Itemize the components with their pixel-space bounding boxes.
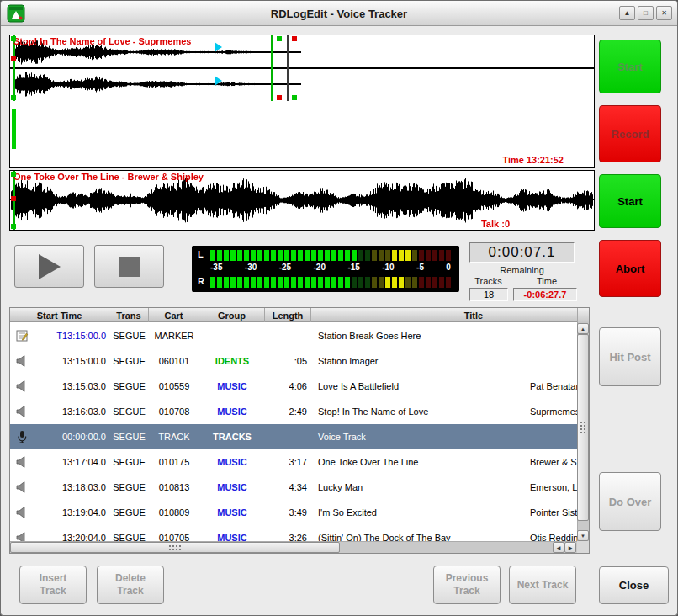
column-header-group[interactable]: Group (199, 308, 265, 322)
cell-trans: SEGUE (109, 381, 149, 391)
speaker-icon (10, 531, 34, 541)
column-header-length[interactable]: Length (265, 308, 311, 322)
speaker-icon (15, 531, 29, 541)
marker-handle-icon[interactable] (11, 56, 16, 61)
cell-cart: 010559 (149, 381, 199, 391)
cell-trans: SEGUE (109, 331, 149, 341)
cell-cart: 010708 (149, 406, 199, 417)
waveform-track2-panel[interactable]: One Toke Over The Line - Brewer & Shiple… (9, 170, 595, 231)
cell-start-time: T13:15:00.0 (34, 331, 109, 341)
log-row[interactable]: 13:15:03.0SEGUE010559MUSIC4:06Love Is A … (10, 374, 577, 399)
log-row[interactable]: 13:17:04.0SEGUE010175MUSIC3:17One Toke O… (10, 449, 577, 475)
fade-cursor-icon[interactable] (215, 42, 222, 52)
stop-button[interactable] (94, 245, 164, 288)
cell-length: 3:17 (265, 457, 311, 467)
cell-trans: SEGUE (109, 406, 149, 417)
column-header-start-time[interactable]: Start Time (10, 308, 109, 322)
titlebar[interactable]: RDLogEdit - Voice Tracker ▲ □ ✕ (1, 1, 677, 26)
column-header-title[interactable]: Title (311, 308, 577, 322)
scroll-down-button[interactable]: ▼ (577, 530, 589, 541)
arrow-right-icon: ▶ (569, 545, 573, 550)
scroll-up-button[interactable]: ▲ (577, 323, 589, 334)
grip-icon (580, 421, 586, 434)
marker-handle-icon[interactable] (11, 196, 16, 201)
cell-start-time: 13:15:03.0 (34, 381, 109, 391)
column-header-cart[interactable]: Cart (149, 308, 199, 322)
abort-button-4[interactable]: Abort (599, 240, 661, 297)
speaker-icon (15, 380, 29, 393)
tracks-remaining-value: 18 (469, 288, 508, 301)
horizontal-scrollbar[interactable]: ◀ ▶ (10, 541, 577, 553)
cell-title: One Toke Over The Line (311, 457, 522, 467)
stop-icon (119, 257, 140, 277)
cell-length: 3:26 (265, 533, 311, 541)
log-row[interactable]: 13:16:03.0SEGUE010708MUSIC2:49Stop! In T… (10, 399, 577, 424)
voicetrack-panel[interactable]: Time 13:21:52 (9, 101, 595, 168)
cell-title: I'm So Excited (311, 507, 522, 518)
marker-handle-icon[interactable] (11, 95, 16, 100)
end-marker-line[interactable] (287, 35, 289, 101)
start-button-1[interactable]: Start (599, 40, 661, 93)
marker-handle-icon[interactable] (277, 95, 282, 100)
waveform-track1-panel[interactable]: Stop! In The Name of Love - Suprmemes (9, 35, 595, 102)
cell-title: Lucky Man (311, 482, 522, 492)
delete-track-button[interactable]: Delete Track (97, 566, 164, 604)
fade-cursor-icon[interactable] (215, 76, 222, 86)
do-over-button-6[interactable]: Do Over (599, 472, 661, 531)
remaining-label: Remaining (469, 265, 575, 275)
marker-handle-icon[interactable] (292, 95, 297, 100)
cell-group: IDENTS (199, 356, 265, 366)
marker-handle-icon[interactable] (11, 224, 16, 229)
cell-start-time: 13:17:04.0 (34, 457, 109, 467)
record-button-2[interactable]: Record (599, 105, 661, 162)
header-corner (577, 308, 589, 323)
cell-artist: Suprmemes (522, 406, 577, 417)
scroll-right-button[interactable]: ▶ (564, 542, 576, 553)
cell-start-time: 13:20:04.0 (34, 533, 109, 541)
speaker-icon (15, 354, 29, 368)
log-row[interactable]: 13:19:04.0SEGUE010809MUSIC3:49I'm So Exc… (10, 500, 577, 525)
meter-left-label: L (198, 249, 208, 259)
speaker-icon (10, 354, 34, 368)
next-track-button[interactable]: Next Track (509, 566, 576, 604)
marker-handle-icon[interactable] (292, 36, 297, 41)
talk-label: Talk :0 (481, 219, 510, 229)
log-row[interactable]: T13:15:00.0SEGUEMARKERStation Break Goes… (10, 323, 577, 348)
meter-scale-label: -5 (416, 263, 424, 274)
log-row[interactable]: 00:00:00.0SEGUETRACKTRACKSVoice Track (10, 424, 577, 449)
marker-handle-icon[interactable] (11, 36, 16, 41)
previous-track-button[interactable]: Previous Track (433, 566, 501, 604)
cell-start-time: 00:00:00.0 (34, 432, 109, 442)
cell-title: (Sittin' On) The Dock of The Bay (311, 533, 522, 541)
cell-length: 4:06 (265, 381, 311, 391)
hit-post-button-5[interactable]: Hit Post (599, 327, 661, 386)
scrollbar-corner (577, 541, 589, 553)
grip-icon (168, 544, 182, 551)
log-row[interactable]: 13:20:04.0SEGUE010705MUSIC3:26(Sittin' O… (10, 525, 577, 541)
cell-group: MUSIC (199, 381, 265, 391)
insert-track-button[interactable]: Insert Track (19, 566, 87, 604)
log-row[interactable]: 13:18:03.0SEGUE010813MUSIC4:34Lucky ManE… (10, 475, 577, 500)
marker-handle-icon[interactable] (277, 36, 282, 41)
scroll-left-button[interactable]: ◀ (553, 542, 564, 553)
vertical-scrollbar[interactable]: ▲ ▼ (577, 323, 589, 541)
marker-note-icon (15, 329, 29, 343)
meter-left-bar (210, 250, 453, 261)
column-header-trans[interactable]: Trans (109, 308, 149, 322)
meter-right-label: R (198, 276, 208, 286)
cell-group: MUSIC (199, 406, 265, 417)
speaker-icon (15, 455, 29, 469)
log-row[interactable]: 13:15:00.0SEGUE060101IDENTS:05Station Im… (10, 348, 577, 374)
start-button-3[interactable]: Start (599, 174, 661, 228)
cell-length: 3:49 (265, 507, 311, 518)
horizontal-scrollbar-thumb[interactable] (10, 542, 340, 553)
speaker-icon (10, 455, 34, 469)
play-button[interactable] (14, 245, 84, 288)
right-button-panel: StartRecordStartAbortHit PostDo Over (599, 1, 661, 616)
vertical-scrollbar-thumb[interactable] (577, 334, 589, 521)
cell-start-time: 13:19:04.0 (34, 507, 109, 518)
segue-marker-line[interactable] (271, 35, 273, 101)
marker-handle-icon[interactable] (11, 172, 16, 177)
log-table: Start TimeTransCartGroupLengthTitle T13:… (9, 307, 590, 554)
elapsed-time-display: 0:00:07.1 (469, 242, 575, 263)
